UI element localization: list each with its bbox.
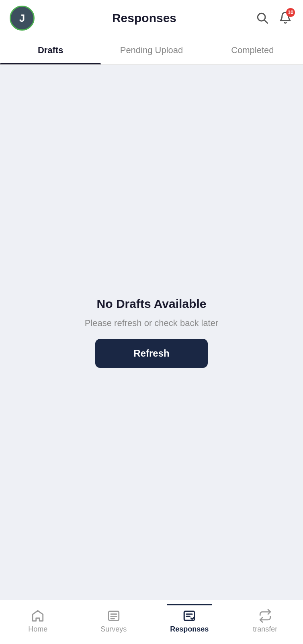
page-title: Responses [112, 11, 176, 25]
nav-label-home: Home [28, 625, 47, 634]
search-icon [256, 11, 268, 24]
nav-item-surveys[interactable]: Surveys [76, 604, 152, 638]
tab-completed[interactable]: Completed [202, 36, 303, 64]
tab-pending-upload[interactable]: Pending Upload [101, 36, 202, 64]
notification-badge: 10 [286, 8, 295, 17]
empty-subtitle: Please refresh or check back later [85, 318, 219, 328]
responses-icon [182, 609, 196, 623]
nav-label-transfer: transfer [253, 625, 277, 634]
header-icons: 10 [254, 10, 293, 27]
refresh-button[interactable]: Refresh [95, 339, 208, 368]
home-icon [31, 609, 45, 623]
nav-label-responses: Responses [170, 625, 209, 634]
main-content: No Drafts Available Please refresh or ch… [0, 65, 303, 600]
empty-state: No Drafts Available Please refresh or ch… [85, 297, 219, 368]
header: J Responses 10 [0, 0, 303, 36]
avatar: J [10, 6, 35, 31]
nav-label-surveys: Surveys [100, 625, 127, 634]
bottom-nav: Home Surveys Responses transfer [0, 600, 303, 644]
nav-item-responses[interactable]: Responses [152, 604, 227, 638]
svg-line-1 [264, 20, 267, 23]
nav-item-home[interactable]: Home [0, 604, 76, 638]
nav-item-transfer[interactable]: transfer [227, 604, 303, 638]
search-button[interactable] [254, 10, 270, 27]
notifications-button[interactable]: 10 [277, 10, 293, 27]
surveys-icon [107, 609, 121, 623]
tab-drafts[interactable]: Drafts [0, 36, 101, 64]
transfer-icon [258, 609, 272, 623]
empty-title: No Drafts Available [97, 297, 207, 311]
tabs-bar: Drafts Pending Upload Completed [0, 36, 303, 65]
